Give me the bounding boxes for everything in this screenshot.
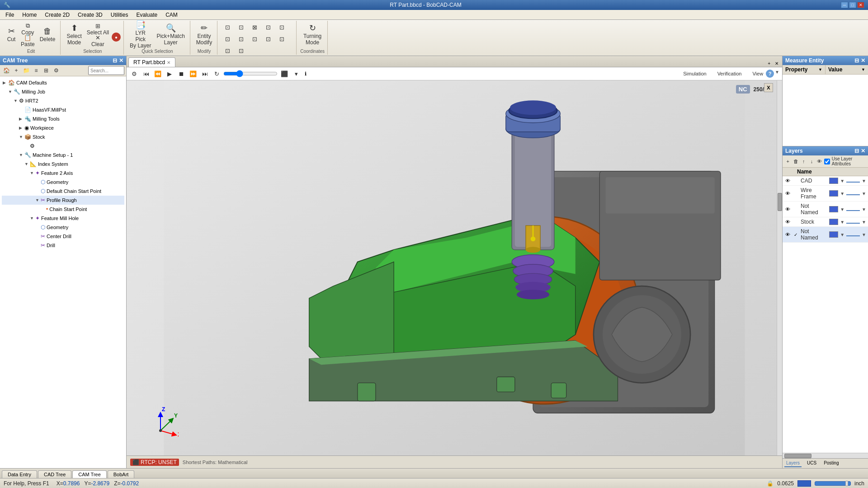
- vc-play-btn[interactable]: ▶: [165, 69, 175, 79]
- layer-eye-notnamed1[interactable]: 👁: [784, 206, 791, 212]
- paste-button[interactable]: 📋 Paste: [19, 35, 37, 46]
- tree-item-center-drill[interactable]: ✂ Center Drill: [2, 232, 124, 241]
- layer-notnamed1-dropdown[interactable]: ▼: [840, 207, 844, 212]
- cam-tree-settings-btn[interactable]: ⚙: [52, 66, 61, 75]
- vc-more-btn[interactable]: ▾: [291, 69, 301, 79]
- tree-item-milling-job[interactable]: ▼ 🔧 Milling Job: [2, 87, 124, 96]
- tab-cad-tree[interactable]: CAD Tree: [38, 470, 71, 478]
- turning-mode-button[interactable]: ↻ TurningMode: [301, 23, 324, 47]
- sm-btn-1[interactable]: ⊡: [221, 22, 234, 33]
- layer-eye-cad[interactable]: 👁: [784, 178, 791, 184]
- lyr-pick-button[interactable]: 📑 LYRPickBy Layer: [127, 23, 153, 47]
- layer-check-stock[interactable]: [793, 219, 799, 225]
- pick-match-button[interactable]: 🔍 Pick+MatchLayer: [154, 23, 187, 47]
- layers-tab-layers[interactable]: Layers: [784, 460, 802, 467]
- clear-button[interactable]: ✕ Clear: [85, 35, 111, 46]
- layers-tab-ucs[interactable]: UCS: [805, 460, 818, 467]
- dropdown-arrow[interactable]: ▼: [775, 70, 779, 78]
- tree-item-milling-tools[interactable]: ▶ 🔩 Milling Tools: [2, 114, 124, 123]
- sm-btn-12[interactable]: ⊡: [235, 45, 247, 56]
- layer-eye-stock[interactable]: 👁: [784, 219, 791, 225]
- sim-tab-view[interactable]: View: [750, 70, 765, 77]
- delete-button[interactable]: 🗑 Delete: [38, 23, 58, 47]
- layer-line-notnamed2[interactable]: [846, 233, 860, 236]
- tab-cam-tree[interactable]: CAM Tree: [72, 470, 107, 478]
- vc-step-back-btn[interactable]: ⏪: [153, 69, 163, 79]
- tree-item-geometry1[interactable]: ⬡ Geometry: [2, 178, 124, 187]
- sm-btn-10[interactable]: ⊡: [275, 33, 288, 44]
- sm-btn-5[interactable]: ⊡: [275, 22, 288, 33]
- layers-close-icon[interactable]: ✕: [861, 148, 865, 154]
- layer-line-stock[interactable]: [846, 220, 860, 224]
- entity-modify-button[interactable]: ✏ EntityModify: [194, 23, 214, 47]
- layers-tab-posting[interactable]: Posting: [822, 460, 840, 467]
- use-layer-attrs-checkbox[interactable]: [824, 159, 830, 164]
- cam-tree-search[interactable]: [88, 66, 124, 75]
- tree-item-geometry2[interactable]: ⬡ Geometry: [2, 223, 124, 232]
- layers-scrollbar-thumb[interactable]: [784, 454, 811, 458]
- cam-tree-list-btn[interactable]: ≡: [32, 66, 41, 75]
- tree-item-stock[interactable]: ▼ 📦 Stock: [2, 132, 124, 141]
- sm-btn-4[interactable]: ⊡: [262, 22, 274, 33]
- close-button[interactable]: ✕: [857, 2, 864, 8]
- measure-dock-icon[interactable]: ⊟: [854, 57, 859, 64]
- viewport-expand-btn[interactable]: ✕: [773, 60, 780, 67]
- vc-settings-btn[interactable]: ⚙: [129, 69, 139, 79]
- vc-step-fwd-btn[interactable]: ⏩: [188, 69, 198, 79]
- tree-item-feature-2axis[interactable]: ▼ ✦ Feature 2 Axis: [2, 169, 124, 178]
- copy-button[interactable]: ⧉ Copy: [19, 23, 37, 34]
- layers-h-scrollbar[interactable]: [783, 453, 868, 458]
- help-button[interactable]: ?: [766, 70, 774, 78]
- layer-check-cad[interactable]: [793, 178, 799, 184]
- sim-tab-verification[interactable]: Verification: [716, 70, 744, 77]
- layer-row-stock[interactable]: 👁 Stock ▼ ▼: [783, 217, 868, 227]
- menu-cam[interactable]: CAM: [162, 11, 181, 19]
- property-col-sort[interactable]: ▼: [818, 67, 822, 72]
- vc-loop-btn[interactable]: ↻: [212, 69, 222, 79]
- viewport-tab-close[interactable]: ✕: [167, 60, 170, 65]
- cam-tree-dock-icon[interactable]: ⊟: [113, 57, 117, 64]
- layer-notnamed2-dropdown[interactable]: ▼: [840, 232, 844, 237]
- vc-fast-fwd-btn[interactable]: ⏭: [200, 69, 210, 79]
- layer-row-cad[interactable]: 👁 CAD ▼ ▼: [783, 176, 868, 186]
- viewport-x-btn[interactable]: X: [764, 83, 773, 92]
- tab-data-entry[interactable]: Data Entry: [2, 470, 37, 478]
- layer-new-btn[interactable]: +: [784, 157, 792, 165]
- layer-check-wireframe[interactable]: [793, 190, 799, 197]
- layer-color-cad[interactable]: [829, 178, 838, 184]
- vc-speed-btn[interactable]: ⬛: [279, 69, 289, 79]
- tree-item-feature-mill-hole[interactable]: ▼ ✦ Feature Mill Hole: [2, 214, 124, 223]
- tree-item-drill[interactable]: ✂ Drill: [2, 241, 124, 250]
- cam-tree-grid-btn[interactable]: ⊞: [42, 66, 51, 75]
- vc-rewind-btn[interactable]: ⏮: [141, 69, 151, 79]
- layer-stock-dropdown[interactable]: ▼: [840, 220, 844, 225]
- layer-color-notnamed2[interactable]: [829, 231, 838, 238]
- layer-wireframe-dropdown[interactable]: ▼: [840, 191, 844, 196]
- v-scrollbar-thumb[interactable]: [778, 193, 782, 211]
- sm-btn-7[interactable]: ⊡: [235, 33, 247, 44]
- sm-btn-3[interactable]: ⊠: [248, 22, 261, 33]
- tree-item-chain-start[interactable]: ⬡ Default Chain Start Point: [2, 187, 124, 196]
- menu-evaluate[interactable]: Evaluate: [132, 11, 161, 19]
- layer-row-notnamed1[interactable]: 👁 Not Named ▼ ▼: [783, 202, 868, 217]
- tree-item-profile-rough[interactable]: ▼ ✂ Profile Rough: [2, 196, 124, 205]
- layer-color-notnamed1[interactable]: [829, 206, 838, 212]
- cam-tree-folder-btn[interactable]: 📁: [22, 66, 31, 75]
- layer-delete-btn[interactable]: 🗑: [793, 157, 800, 165]
- layer-eye-btn[interactable]: 👁: [816, 157, 823, 165]
- minimize-button[interactable]: ─: [841, 2, 848, 8]
- sm-btn-6[interactable]: ⊡: [221, 33, 234, 44]
- layer-line-wireframe[interactable]: [846, 192, 860, 195]
- color-slider[interactable]: [815, 481, 851, 486]
- layer-row-wireframe[interactable]: 👁 Wire Frame ▼ ▼: [783, 186, 868, 202]
- cam-tree-close-icon[interactable]: ✕: [119, 57, 123, 64]
- slider-thumb[interactable]: [845, 481, 848, 486]
- tree-item-hrt2[interactable]: ▼ ⚙ HRT2: [2, 96, 124, 105]
- measure-close-icon[interactable]: ✕: [861, 57, 865, 64]
- sm-btn-11[interactable]: ⊡: [221, 45, 234, 56]
- layer-cad-line-dropdown[interactable]: ▼: [862, 178, 866, 183]
- cut-button[interactable]: ✂ Cut: [5, 23, 18, 47]
- layer-down-btn[interactable]: ↓: [808, 157, 816, 165]
- layer-stock-line-dropdown[interactable]: ▼: [862, 220, 866, 225]
- tree-item-haas[interactable]: 📄 HaasVF.MillPst: [2, 105, 124, 114]
